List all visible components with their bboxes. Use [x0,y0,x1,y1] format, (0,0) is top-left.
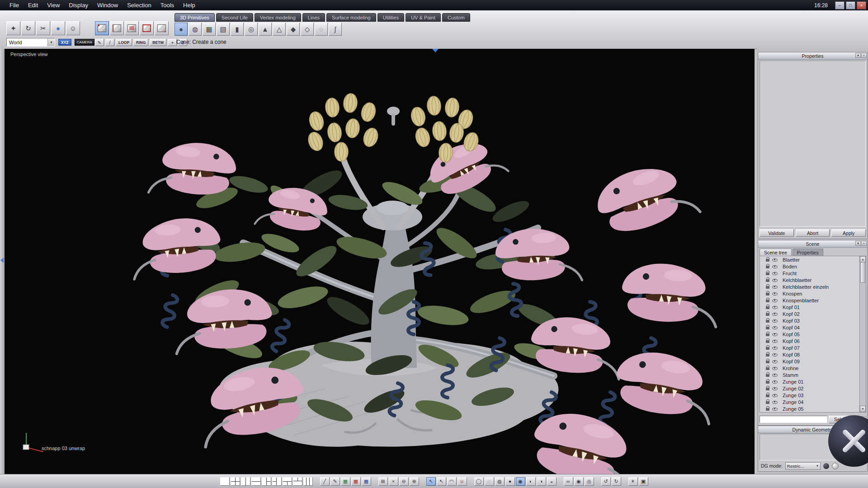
menu-tools[interactable]: Tools [156,1,178,9]
tube-primitive-button[interactable]: ◌ [315,23,328,36]
lock-icon[interactable] [766,386,770,391]
menu-file[interactable]: File [5,1,23,9]
eye-icon[interactable] [772,318,778,323]
scene-tree-item[interactable]: Kopf 04 [760,324,859,331]
menu-view[interactable]: View [43,1,64,9]
lock-icon[interactable] [766,372,770,377]
camera-icon[interactable]: ▣ [639,477,648,486]
shaded-pair-icon[interactable]: ◉ [574,477,584,486]
eye-icon[interactable] [772,345,778,350]
vertex-mode-button[interactable] [95,21,109,35]
menu-display[interactable]: Display [65,1,92,9]
arc-select-icon[interactable]: ◠ [447,477,457,486]
lock-icon[interactable] [766,318,770,323]
tab-second-life[interactable]: Second Life [216,13,253,22]
menu-window[interactable]: Window [93,1,122,9]
scene-tree-item[interactable]: Kopf 08 [760,351,859,358]
world-sphere-icon[interactable]: ● [51,21,65,35]
scene-tree-item[interactable]: Zunge 05 [760,405,859,412]
tab-lines[interactable]: Lines [302,13,325,22]
lock-icon[interactable] [766,271,770,276]
geodesic-sphere-primitive-button[interactable]: ◍ [189,23,202,36]
eye-icon[interactable] [772,379,778,384]
eye-icon[interactable] [772,399,778,404]
loop-button[interactable]: LOOP [116,39,132,46]
wireframe-sphere-icon[interactable]: ◯ [474,477,484,486]
scene-tree-item[interactable]: Knospenblaetter [760,297,859,304]
object-mode-button[interactable] [140,21,154,35]
layout-quad-icon[interactable] [231,477,240,486]
tab-3d-primitives[interactable]: 3D Primitives [175,13,215,22]
scene-filter-input[interactable] [760,416,827,423]
grid-blue-icon[interactable]: ▦ [362,477,371,486]
scene-tree-item[interactable]: Kopf 01 [760,304,859,310]
layout-single-icon[interactable] [220,477,230,486]
scene-tree-item[interactable]: Blaetter [760,256,859,263]
lock-icon[interactable] [766,277,770,282]
menu-edit[interactable]: Edit [24,1,42,9]
pick-tool-icon[interactable]: ✦ [6,21,20,35]
grid-primitive-button[interactable]: ▦ [203,23,216,36]
layout-one-two-right-icon[interactable] [262,477,271,486]
lock-icon[interactable] [766,345,770,350]
lock-icon[interactable] [766,338,770,343]
lock-icon[interactable] [766,284,770,289]
tab-utilities[interactable]: Utilities [377,13,404,22]
scene-tree-item[interactable]: Zunge 01 [760,378,859,385]
chevron-down-icon[interactable]: ▼ [47,38,55,46]
auto-mode-button[interactable] [155,21,169,35]
pick-add-icon[interactable]: ↖ [437,477,446,486]
lock-icon[interactable] [766,257,770,262]
shaded-wire-sphere-icon[interactable]: ◐ [526,477,536,486]
viewport-3d[interactable]: Perspective view [5,49,755,474]
rotate-tool-icon[interactable]: ↻ [21,21,35,35]
ruler-icon[interactable]: ╱ [320,477,330,486]
dg-sphere-icon[interactable] [823,463,829,469]
helix-primitive-button[interactable]: ʃ [329,23,342,36]
hidden-line-sphere-icon[interactable]: ◌ [485,477,494,486]
flat-shade-sphere-icon[interactable]: ◍ [495,477,505,486]
eye-icon[interactable] [772,298,778,303]
lock-icon[interactable] [766,393,770,398]
zoom-in-icon[interactable]: ⊕ [410,477,419,486]
eye-icon[interactable] [772,257,778,262]
orbit-left-icon[interactable]: ↺ [601,477,611,486]
panel-close-icon[interactable]: × [861,53,867,58]
scene-tree-item[interactable]: Kopf 06 [760,338,859,344]
layout-three-v-icon[interactable] [303,477,313,486]
scene-tree-item[interactable]: Kelchblaetter [760,277,859,283]
eye-icon[interactable] [772,277,778,282]
tab-uv-paint[interactable]: UV & Paint [406,13,441,22]
cube-primitive-button[interactable]: ▧ [217,23,230,36]
scene-tree-item[interactable]: Knospen [760,290,859,297]
lock-icon[interactable] [766,264,770,269]
tab-surface-modeling[interactable]: Surface modeling [326,13,376,22]
scroll-down-icon[interactable]: ▼ [860,406,866,412]
lock-icon[interactable] [766,305,770,310]
reset-view-icon[interactable]: × [389,477,398,486]
lock-icon[interactable] [766,298,770,303]
xyz-button[interactable]: XYZ [58,39,71,46]
eye-icon[interactable] [772,332,778,337]
eye-icon[interactable] [772,406,778,411]
lock-icon[interactable] [766,332,770,337]
scene-tree-item[interactable]: Kopf 05 [760,331,859,338]
scene-tree-item[interactable]: Kopf 09 [760,358,859,365]
pick-cursor-icon[interactable]: ↖ [426,477,436,486]
diamond-primitive-button[interactable]: ◆ [287,23,300,36]
camera-button[interactable]: CAMERA [75,39,94,46]
lock-icon[interactable] [766,325,770,330]
scene-tree-scrollbar[interactable]: ▲ ▼ [859,256,866,413]
layout-one-two-top-icon[interactable] [293,477,302,486]
tab-custom[interactable]: Custom [442,13,470,22]
scene-tree-item[interactable]: Stamm [760,371,859,378]
ghost-sphere-icon[interactable]: ◑ [537,477,546,486]
torus-primitive-button[interactable]: ◎ [245,23,258,36]
validate-button[interactable]: Validate [760,229,794,237]
eye-icon[interactable] [772,284,778,289]
properties-panel-header[interactable]: Properties ▼ × [758,52,867,60]
eye-icon[interactable] [772,264,778,269]
layout-one-two-left-icon[interactable] [272,477,282,486]
grid-green-icon[interactable]: ▦ [341,477,350,486]
scene-tree-item[interactable]: Kopf 02 [760,310,859,317]
